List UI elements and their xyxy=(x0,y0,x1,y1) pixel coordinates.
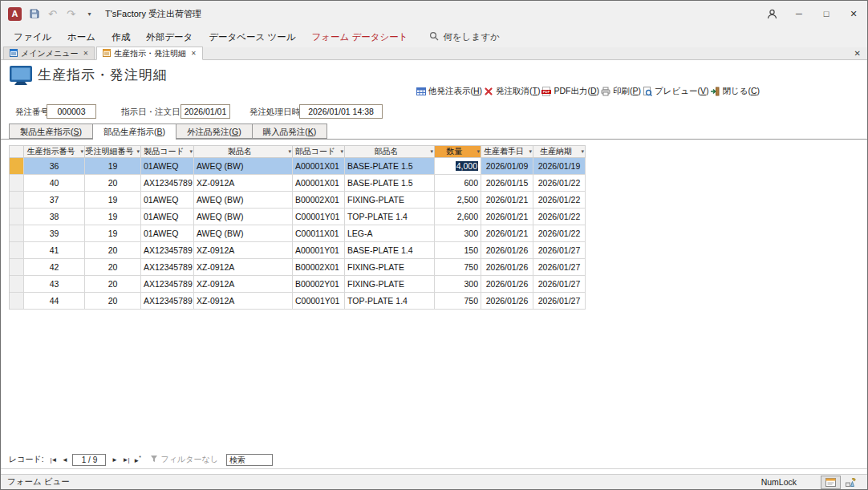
row-selector[interactable] xyxy=(10,242,24,259)
process-datetime-field[interactable]: 2026/01/01 14:38 xyxy=(299,104,383,119)
ribbon-tab[interactable]: 外部データ xyxy=(138,26,201,47)
minimize-button[interactable]: ─ xyxy=(785,1,813,26)
row-selector[interactable] xyxy=(10,276,24,293)
ribbon-tab-bar: ファイルホーム作成外部データデータベース ツールフォーム データシート 何をしま… xyxy=(1,26,867,47)
account-icon[interactable] xyxy=(758,1,785,26)
ribbon-tab[interactable]: データベース ツール xyxy=(201,26,303,47)
cell: A00001X01 xyxy=(293,175,345,192)
action-button[interactable]: 印刷(P) xyxy=(601,86,641,97)
document-close-icon[interactable]: ✕ xyxy=(854,49,861,58)
filter-status[interactable]: フィルターなし xyxy=(150,454,217,465)
subtab[interactable]: 部品生産指示(B) xyxy=(92,124,176,140)
subtab[interactable]: 購入品発注(K) xyxy=(252,124,328,139)
ribbon-tab[interactable]: 作成 xyxy=(103,26,138,47)
action-button[interactable]: 閉じる(C) xyxy=(710,86,760,97)
cell: AX12345789 xyxy=(141,293,194,310)
access-app-icon[interactable]: A xyxy=(8,7,22,21)
table-row[interactable]: 4320AX12345789XZ-0912AB00002Y01FIXING-PL… xyxy=(10,276,586,293)
cell: BASE-PLATE 1.5 xyxy=(345,158,435,175)
action-button[interactable]: プレビュー(V) xyxy=(643,86,709,97)
column-header-label: 部品名 xyxy=(375,147,399,156)
subtab[interactable]: 製品生産指示(S) xyxy=(9,124,93,139)
filter-dropdown-icon[interactable]: ▾ xyxy=(340,148,343,154)
row-selector[interactable] xyxy=(10,158,24,175)
action-button[interactable]: 発注取消(T) xyxy=(484,86,540,97)
column-header[interactable]: 製品名▾ xyxy=(194,146,293,158)
table-row[interactable]: 371901AWEQAWEQ (BW)B00002X01FIXING-PLATE… xyxy=(10,192,586,209)
column-header[interactable]: 製品コード▾ xyxy=(141,146,194,158)
cell: FIXING-PLATE xyxy=(345,276,435,293)
table-row[interactable]: 4120AX12345789XZ-0912AA00001Y01BASE-PLAT… xyxy=(10,242,586,259)
column-header[interactable]: 部品名▾ xyxy=(345,146,435,158)
cell: AWEQ (BW) xyxy=(194,158,293,175)
table-row[interactable]: 4220AX12345789XZ-0912AB00002X01FIXING-PL… xyxy=(10,259,586,276)
quick-access-toolbar: A ↶ ↷ ▾ xyxy=(1,7,95,21)
filter-dropdown-icon[interactable]: ▾ xyxy=(136,148,140,154)
redo-icon[interactable]: ↷ xyxy=(65,7,77,20)
filter-dropdown-icon[interactable]: ▾ xyxy=(581,148,584,154)
filter-dropdown-icon[interactable]: ▾ xyxy=(529,148,532,154)
column-header[interactable]: 数量▾ xyxy=(435,146,481,158)
prev-record-button[interactable]: ◄ xyxy=(59,456,70,464)
next-record-button[interactable]: ► xyxy=(108,456,120,464)
action-button-row: 他発注表示(H)発注取消(T)PDFPDF出力(D)印刷(P)プレビュー(V)閉… xyxy=(416,85,760,98)
last-record-button[interactable]: ►| xyxy=(120,456,131,464)
document-tab[interactable]: 生産指示・発注明細✕ xyxy=(96,47,203,60)
form-view-button[interactable] xyxy=(821,476,841,489)
menu-form-icon xyxy=(10,49,18,59)
tab-close-icon[interactable]: ✕ xyxy=(191,50,197,57)
cell: 2,500 xyxy=(435,192,481,209)
order-date-field[interactable]: 2026/01/01 xyxy=(180,104,230,119)
table-row[interactable]: 391901AWEQAWEQ (BW)C00011X01LEG-A3002026… xyxy=(10,225,586,242)
close-button[interactable]: ✕ xyxy=(840,1,867,26)
maximize-button[interactable]: □ xyxy=(813,1,840,26)
filter-dropdown-icon[interactable]: ▾ xyxy=(430,148,433,154)
filter-dropdown-icon[interactable]: ▾ xyxy=(288,148,291,154)
column-header[interactable]: 生産指示番号▾ xyxy=(24,146,85,158)
table-row[interactable]: 4020AX12345789XZ-0912AA00001X01BASE-PLAT… xyxy=(10,175,586,192)
column-header[interactable]: 受注明細番号▾ xyxy=(85,146,141,158)
column-header[interactable]: 生産納期▾ xyxy=(533,146,586,158)
column-header[interactable]: 部品コード▾ xyxy=(293,146,345,158)
cell: LEG-A xyxy=(345,225,435,242)
cell: XZ-0912A xyxy=(194,259,293,276)
ribbon-tab[interactable]: ホーム xyxy=(59,26,103,47)
row-selector[interactable] xyxy=(10,175,24,192)
cell: AX12345789 xyxy=(141,276,194,293)
record-search-input[interactable] xyxy=(226,454,273,466)
row-selector[interactable] xyxy=(10,209,24,225)
row-selector[interactable] xyxy=(10,192,24,209)
filter-dropdown-icon[interactable]: ▾ xyxy=(477,148,480,154)
document-tab[interactable]: メインメニュー✕ xyxy=(3,47,95,59)
table-row[interactable]: 361901AWEQAWEQ (BW)A00001X01BASE-PLATE 1… xyxy=(10,158,586,175)
action-button[interactable]: 他発注表示(H) xyxy=(416,86,482,97)
undo-icon[interactable]: ↶ xyxy=(47,7,59,20)
cell: 19 xyxy=(85,225,141,242)
table-row[interactable]: 4420AX12345789XZ-0912AC00001Y01TOP-PLATE… xyxy=(10,293,586,310)
cell[interactable]: 4,000 xyxy=(435,158,481,175)
qat-dropdown-icon[interactable]: ▾ xyxy=(83,7,95,20)
select-all-cell[interactable] xyxy=(10,146,24,158)
row-selector[interactable] xyxy=(10,225,24,242)
design-view-button[interactable] xyxy=(841,476,861,489)
filter-dropdown-icon[interactable]: ▾ xyxy=(80,148,83,154)
cancel-icon xyxy=(484,87,493,96)
order-number-field[interactable]: 000003 xyxy=(47,104,96,119)
filter-dropdown-icon[interactable]: ▾ xyxy=(189,148,193,154)
cell: AX12345789 xyxy=(141,259,194,276)
save-icon[interactable] xyxy=(28,7,40,20)
row-selector[interactable] xyxy=(10,293,24,310)
row-selector[interactable] xyxy=(10,259,24,276)
ribbon-tab[interactable]: フォーム データシート xyxy=(303,26,416,47)
tell-me-search[interactable]: 何をしますか xyxy=(429,31,500,43)
tab-close-icon[interactable]: ✕ xyxy=(83,50,88,57)
table-row[interactable]: 381901AWEQAWEQ (BW)C00001Y01TOP-PLATE 1.… xyxy=(10,209,586,225)
column-header[interactable]: 生産着手日▾ xyxy=(481,146,533,158)
column-header-label: 製品名 xyxy=(228,147,252,156)
action-button[interactable]: PDFPDF出力(D) xyxy=(541,86,599,97)
record-position[interactable]: 1 / 9 xyxy=(72,454,106,466)
new-record-button[interactable]: ►* xyxy=(131,455,142,464)
subtab[interactable]: 外注品発注(G) xyxy=(176,124,253,139)
ribbon-tab[interactable]: ファイル xyxy=(6,26,59,47)
first-record-button[interactable]: |◄ xyxy=(47,456,59,464)
